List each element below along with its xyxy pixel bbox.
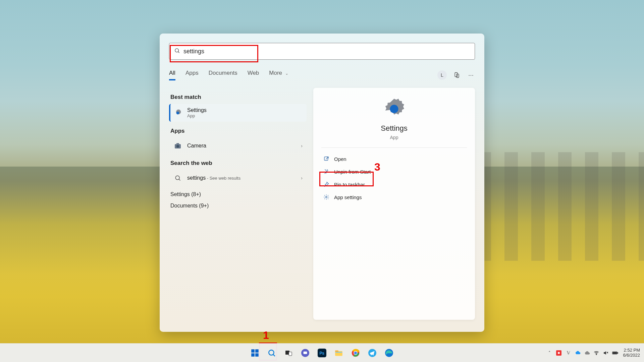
svg-rect-2: [455, 73, 458, 77]
best-match-subtitle: App: [187, 113, 207, 118]
svg-point-0: [175, 49, 179, 52]
action-unpin-start[interactable]: Unpin from Start: [321, 165, 467, 178]
svg-line-1: [178, 52, 179, 53]
category-settings[interactable]: Settings (8+): [170, 191, 305, 197]
svg-rect-16: [255, 353, 259, 357]
taskbar-app-photoshop[interactable]: Ps: [315, 346, 329, 360]
taskbar-center: Ps: [248, 346, 396, 360]
taskbar-right: ˄ 𝕍: [546, 348, 644, 358]
svg-rect-7: [176, 143, 179, 144]
taskbar-app-telegram[interactable]: [366, 346, 379, 360]
gear-icon: [173, 108, 182, 118]
action-app-settings-label: App settings: [334, 194, 362, 200]
search-bar[interactable]: [169, 43, 475, 60]
chevron-down-icon: ⌄: [285, 71, 288, 76]
search-input[interactable]: [183, 48, 470, 55]
action-open[interactable]: Open: [321, 153, 467, 165]
desktop-wallpaper: 2 All Apps Documents Web More ⌄: [0, 0, 644, 362]
tray-onedrive-icon[interactable]: [575, 350, 581, 356]
taskbar-app-chat[interactable]: [299, 346, 312, 360]
best-match-title: Settings: [187, 107, 207, 113]
tray-volume-muted-icon[interactable]: [603, 350, 609, 356]
camera-icon: [173, 141, 182, 150]
mobile-link-icon[interactable]: [453, 71, 461, 79]
svg-point-17: [269, 350, 274, 355]
svg-rect-3: [457, 74, 459, 78]
svg-rect-11: [324, 157, 328, 161]
svg-point-4: [176, 111, 179, 114]
best-match-header: Best match: [170, 94, 305, 101]
taskbar-app-edge[interactable]: [382, 346, 396, 360]
svg-point-35: [558, 352, 560, 354]
svg-rect-20: [289, 352, 292, 356]
svg-rect-27: [335, 352, 342, 352]
svg-point-8: [175, 176, 179, 180]
svg-text:Ps: Ps: [319, 351, 324, 356]
tray-record-icon[interactable]: [556, 350, 562, 356]
web-suffix: - See web results: [206, 176, 240, 181]
taskbar-search-button[interactable]: [265, 346, 278, 360]
svg-line-18: [273, 354, 275, 356]
category-documents[interactable]: Documents (9+): [170, 203, 305, 209]
svg-point-36: [596, 354, 597, 355]
result-camera-label: Camera: [187, 143, 206, 149]
search-icon: [174, 48, 180, 55]
task-view-button[interactable]: [282, 346, 295, 360]
gear-icon: [323, 194, 329, 200]
gear-icon-large: [382, 97, 406, 122]
taskbar-clock[interactable]: 2:52 PM 6/6/2022: [623, 348, 640, 358]
svg-rect-22: [304, 351, 307, 354]
annotation-1-label: 1: [263, 329, 269, 342]
svg-point-31: [354, 351, 357, 354]
svg-point-12: [326, 196, 327, 198]
details-subtitle: App: [390, 135, 398, 140]
action-pin-taskbar-label: Pin to taskbar: [334, 182, 365, 187]
clock-time: 2:52 PM: [623, 348, 640, 353]
taskbar-app-chrome[interactable]: [349, 346, 362, 360]
tray-chevron-up-icon[interactable]: ˄: [546, 350, 552, 356]
svg-rect-15: [251, 353, 255, 357]
open-external-icon: [323, 156, 329, 162]
svg-rect-26: [335, 350, 338, 352]
svg-rect-14: [255, 349, 259, 353]
tab-all[interactable]: All: [169, 70, 175, 80]
tab-web[interactable]: Web: [248, 70, 259, 80]
tab-apps[interactable]: Apps: [185, 70, 199, 80]
details-title: Settings: [381, 124, 408, 133]
search-tabs-row: All Apps Documents Web More ⌄ L ⋯: [169, 68, 475, 82]
pin-icon: [323, 181, 329, 187]
search-icon: [173, 173, 182, 183]
system-tray[interactable]: ˄ 𝕍: [546, 350, 618, 356]
svg-point-10: [390, 105, 398, 113]
action-pin-taskbar[interactable]: Pin to taskbar: [321, 178, 467, 191]
svg-rect-38: [618, 352, 618, 353]
tray-wifi-icon[interactable]: [593, 350, 599, 356]
chevron-right-icon: ›: [301, 175, 303, 181]
annotation-3-label: 3: [374, 161, 380, 173]
results-left-column: Best match Settings App Apps: [169, 88, 307, 320]
svg-point-6: [176, 145, 179, 148]
action-app-settings[interactable]: App settings: [321, 191, 467, 203]
start-button[interactable]: [248, 346, 262, 360]
tab-more[interactable]: More ⌄: [269, 70, 288, 80]
details-pane: Settings App Open: [313, 88, 475, 320]
search-panel: All Apps Documents Web More ⌄ L ⋯: [160, 34, 484, 332]
taskbar-app-explorer[interactable]: [332, 346, 345, 360]
action-open-label: Open: [334, 156, 346, 162]
taskbar: Ps ˄ 𝕍: [0, 343, 644, 362]
tray-v-icon[interactable]: 𝕍: [565, 350, 571, 356]
result-camera[interactable]: Camera ›: [169, 138, 307, 154]
result-web-settings[interactable]: settings - See web results ›: [169, 170, 307, 186]
tab-more-label: More: [269, 70, 282, 76]
web-term: settings: [187, 175, 206, 181]
tray-battery-icon[interactable]: [612, 350, 618, 356]
clock-date: 6/6/2022: [623, 353, 640, 358]
apps-header: Apps: [170, 128, 305, 134]
best-match-settings[interactable]: Settings App: [169, 104, 307, 122]
tray-cloud-icon[interactable]: [584, 350, 590, 356]
search-web-header: Search the web: [170, 160, 305, 167]
tab-documents[interactable]: Documents: [209, 70, 237, 80]
svg-rect-13: [251, 349, 255, 353]
more-options-icon[interactable]: ⋯: [467, 71, 475, 79]
user-avatar[interactable]: L: [437, 70, 447, 80]
